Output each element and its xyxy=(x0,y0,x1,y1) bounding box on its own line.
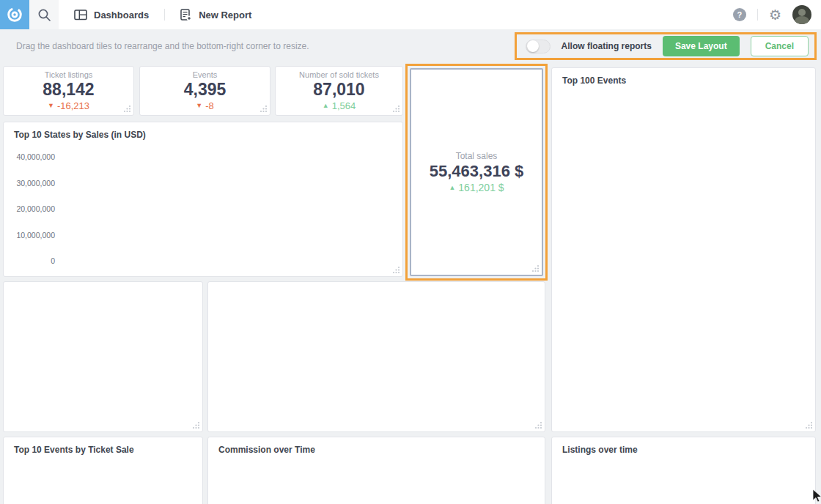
delta-arrow-icon: ▲ xyxy=(449,184,455,191)
help-icon[interactable]: ? xyxy=(733,8,746,21)
nav-item-label: Dashboards xyxy=(94,10,149,21)
kpi-title: Events xyxy=(193,70,218,79)
delta-arrow-icon: ▼ xyxy=(196,102,202,109)
y-axis-tick-label: 30,000,000 xyxy=(8,179,55,188)
nav-item-new-report[interactable]: New Report xyxy=(165,0,267,29)
kpi-value: 88,142 xyxy=(43,80,94,99)
search-icon xyxy=(37,8,51,22)
kpi-value: 4,395 xyxy=(184,80,227,99)
nav-item-dashboards[interactable]: Dashboards xyxy=(59,0,164,29)
events-table xyxy=(552,90,815,431)
avatar[interactable] xyxy=(792,5,811,24)
delta-arrow-icon: ▼ xyxy=(48,102,54,109)
resize-handle-icon[interactable] xyxy=(123,105,131,113)
kpi-title: Ticket listings xyxy=(45,70,93,79)
resize-handle-icon[interactable] xyxy=(259,105,268,113)
tile-top-100-events[interactable]: Top 100 Events xyxy=(551,67,816,432)
total-sales-selection-frame: Total sales 55,463,316 $ ▲161,201 $ xyxy=(405,64,548,281)
top-nav: Dashboards New Report ? ⚙ xyxy=(0,0,821,29)
allow-floating-toggle[interactable] xyxy=(526,40,551,53)
tile-top-cities-donut[interactable] xyxy=(3,281,203,432)
tile-commission-over-time[interactable]: Commission over Time xyxy=(207,437,545,504)
resize-handle-icon[interactable] xyxy=(531,264,540,273)
kpi-delta: ▲161,201 $ xyxy=(449,182,504,193)
nav-separator xyxy=(757,9,758,21)
resize-handle-icon[interactable] xyxy=(392,105,400,113)
gear-icon[interactable]: ⚙ xyxy=(769,8,781,22)
allow-floating-label: Allow floating reports xyxy=(562,41,652,51)
kpi-title: Number of sold tickets xyxy=(299,70,379,79)
states-chart: 40,000,00030,000,00020,000,00010,000,000… xyxy=(4,122,402,276)
y-axis-tick-label: 0 xyxy=(8,256,55,265)
toggle-knob xyxy=(527,40,539,52)
delta-value: 161,201 $ xyxy=(458,182,504,193)
delta-value: -8 xyxy=(205,100,214,111)
resize-handle-icon[interactable] xyxy=(805,421,813,429)
search-button[interactable] xyxy=(29,0,59,29)
nav-right: ? ⚙ xyxy=(733,5,821,24)
delta-arrow-icon: ▲ xyxy=(323,102,329,109)
axis-tick xyxy=(4,125,7,126)
events-pie-chart xyxy=(4,437,202,504)
resize-handle-icon[interactable] xyxy=(392,266,400,274)
commission-chart xyxy=(208,437,545,504)
stacked-chart xyxy=(208,282,545,431)
kpi-tile-total-sales[interactable]: Total sales 55,463,316 $ ▲161,201 $ xyxy=(410,68,543,276)
tile-title: Top 100 Events xyxy=(562,75,626,86)
resize-handle-icon[interactable] xyxy=(534,421,542,429)
kpi-delta: ▼-8 xyxy=(196,100,213,111)
dashboards-icon xyxy=(74,10,87,21)
drag-hint-text: Drag the dashboard tiles to rearrange an… xyxy=(16,41,309,51)
save-layout-button[interactable]: Save Layout xyxy=(663,36,740,56)
y-axis-tick-label: 20,000,000 xyxy=(8,204,55,213)
y-axis-tick-label: 10,000,000 xyxy=(8,231,55,240)
kpi-value: 55,463,316 $ xyxy=(430,162,523,180)
resize-handle-icon[interactable] xyxy=(192,421,200,429)
kpi-value: 87,010 xyxy=(313,80,364,99)
layout-controls-panel: Allow floating reports Save Layout Cance… xyxy=(515,32,817,60)
tile-top-events-pie[interactable]: Top 10 Events by Ticket Sale xyxy=(3,437,203,504)
tile-top-10-states[interactable]: Top 10 States by Sales (in USD) 40,000,0… xyxy=(3,122,403,277)
tile-monthly-category-sales[interactable] xyxy=(207,281,545,432)
kpi-delta: ▲1,564 xyxy=(323,100,356,111)
kpi-tile-events[interactable]: Events 4,395 ▼-8 xyxy=(139,66,270,116)
new-report-icon xyxy=(180,9,192,21)
app-logo[interactable] xyxy=(0,0,29,29)
brand-logo-icon xyxy=(6,6,23,23)
cancel-button[interactable]: Cancel xyxy=(751,36,809,56)
kpi-delta: ▼-16,213 xyxy=(48,100,89,111)
listings-chart xyxy=(552,437,815,504)
cities-donut-chart xyxy=(4,282,202,431)
kpi-title: Total sales xyxy=(456,151,498,161)
nav-item-label: New Report xyxy=(199,10,251,21)
kpi-tile-ticket-listings[interactable]: Ticket listings 88,142 ▼-16,213 xyxy=(3,66,134,116)
delta-value: -16,213 xyxy=(57,100,89,111)
kpi-tile-sold-tickets[interactable]: Number of sold tickets 87,010 ▲1,564 xyxy=(275,66,403,116)
y-axis-tick-label: 40,000,000 xyxy=(8,152,55,161)
delta-value: 1,564 xyxy=(332,100,356,111)
tile-listings-over-time[interactable]: Listings over time xyxy=(551,437,816,504)
